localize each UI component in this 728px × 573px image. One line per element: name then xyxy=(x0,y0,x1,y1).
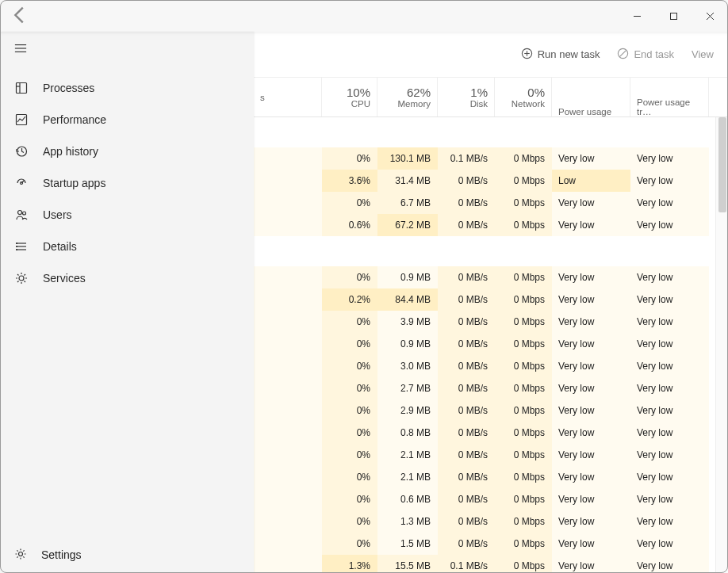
back-button[interactable] xyxy=(8,3,32,29)
table-cell xyxy=(254,488,322,510)
toolbar-label: Run new task xyxy=(538,48,600,60)
table-row[interactable]: 0%0.8 MB0 MB/s0 MbpsVery lowVery low xyxy=(254,422,728,444)
table-cell: Very low xyxy=(630,311,709,333)
svg-point-22 xyxy=(19,276,24,281)
services-icon xyxy=(14,272,29,285)
end-task-button[interactable]: End task xyxy=(617,48,674,62)
table-cell: 2.1 MB xyxy=(377,444,438,466)
table-cell: 0.1 MB/s xyxy=(438,147,495,170)
table-cell: 6.7 MB xyxy=(377,192,438,214)
vertical-scrollbar[interactable] xyxy=(715,117,728,573)
close-button[interactable] xyxy=(692,3,728,29)
table-row[interactable]: 0%2.9 MB0 MB/s0 MbpsVery lowVery low xyxy=(254,399,728,422)
table-cell: 3.6% xyxy=(322,170,377,192)
table-cell: 1.3 MB xyxy=(377,510,438,533)
table-row[interactable]: 0.2%84.4 MB0 MB/s0 MbpsVery lowVery low xyxy=(254,288,728,311)
table-cell: 0 Mbps xyxy=(495,555,552,573)
process-grid: s 10%CPU 62%Memory 1%Disk 0%Network Powe… xyxy=(254,78,728,573)
column-header-power-trend[interactable]: Power usage tr… xyxy=(630,78,709,117)
table-row[interactable]: 0%0.9 MB0 MB/s0 MbpsVery lowVery low xyxy=(254,266,728,288)
table-row[interactable]: 0%1.3 MB0 MB/s0 MbpsVery lowVery low xyxy=(254,510,728,533)
column-header-cpu[interactable]: 10%CPU xyxy=(322,78,377,117)
sidebar-item-settings[interactable]: Settings xyxy=(0,537,254,573)
table-cell: Very low xyxy=(552,488,630,510)
svg-point-20 xyxy=(17,246,17,247)
table-cell: 3.9 MB xyxy=(377,311,438,333)
table-row[interactable]: 0%2.1 MB0 MB/s0 MbpsVery lowVery low xyxy=(254,466,728,488)
svg-point-23 xyxy=(19,552,23,556)
titlebar xyxy=(0,0,728,32)
table-row[interactable]: 0%2.7 MB0 MB/s0 MbpsVery lowVery low xyxy=(254,377,728,399)
table-cell: 0% xyxy=(322,510,377,533)
startup-icon xyxy=(14,177,29,189)
processes-icon xyxy=(14,82,29,94)
table-cell: Very low xyxy=(630,288,709,311)
table-cell: 2.1 MB xyxy=(377,466,438,488)
scrollbar-thumb[interactable] xyxy=(718,117,726,212)
table-cell xyxy=(254,311,322,333)
table-cell: 0% xyxy=(322,147,377,170)
table-cell: 0% xyxy=(322,355,377,377)
table-cell: Very low xyxy=(552,333,630,355)
sidebar-item-services[interactable]: Services xyxy=(0,262,254,294)
sidebar-item-label: Settings xyxy=(41,548,82,561)
table-cell: 0 MB/s xyxy=(438,288,495,311)
table-row[interactable]: 0%6.7 MB0 MB/s0 MbpsVery lowVery low xyxy=(254,192,728,214)
table-cell xyxy=(254,510,322,533)
table-cell: 2.9 MB xyxy=(377,399,438,422)
hamburger-button[interactable] xyxy=(0,32,254,67)
table-cell: 0 MB/s xyxy=(438,311,495,333)
table-cell: 0 Mbps xyxy=(495,214,552,236)
table-row[interactable]: 0%2.1 MB0 MB/s0 MbpsVery lowVery low xyxy=(254,444,728,466)
table-cell xyxy=(254,399,322,422)
table-row[interactable]: 0%3.0 MB0 MB/s0 MbpsVery lowVery low xyxy=(254,355,728,377)
sidebar-item-users[interactable]: Users xyxy=(0,199,254,231)
table-cell: Very low xyxy=(630,466,709,488)
table-cell: Very low xyxy=(552,288,630,311)
table-cell: 0 MB/s xyxy=(438,444,495,466)
table-cell: 0 MB/s xyxy=(438,466,495,488)
minimize-button[interactable] xyxy=(619,3,655,29)
table-cell: Very low xyxy=(630,533,709,555)
table-row[interactable]: 0.6%67.2 MB0 MB/s0 MbpsVery lowVery low xyxy=(254,214,728,236)
maximize-button[interactable] xyxy=(655,3,692,29)
sidebar-item-details[interactable]: Details xyxy=(0,231,254,262)
table-row[interactable]: 0%3.9 MB0 MB/s0 MbpsVery lowVery low xyxy=(254,311,728,333)
plus-circle-icon xyxy=(521,48,533,62)
table-cell: Very low xyxy=(552,555,630,573)
column-header-status[interactable]: s xyxy=(254,78,322,117)
table-row[interactable]: 0%0.9 MB0 MB/s0 MbpsVery lowVery low xyxy=(254,333,728,355)
column-header-network[interactable]: 0%Network xyxy=(495,78,552,117)
table-cell: 0 MB/s xyxy=(438,488,495,510)
table-cell: Very low xyxy=(552,311,630,333)
table-row[interactable]: 3.6%31.4 MB0 MB/s0 MbpsLowVery low xyxy=(254,170,728,192)
table-cell: Very low xyxy=(630,488,709,510)
sidebar-item-startup-apps[interactable]: Startup apps xyxy=(0,167,254,199)
sidebar-item-label: Users xyxy=(43,208,72,221)
column-header-power-usage[interactable]: Power usage xyxy=(552,78,630,117)
column-header-memory[interactable]: 62%Memory xyxy=(377,78,438,117)
sidebar-item-performance[interactable]: Performance xyxy=(0,104,254,136)
table-cell: 0 Mbps xyxy=(495,333,552,355)
svg-line-28 xyxy=(620,50,626,56)
sidebar-item-processes[interactable]: Processes xyxy=(0,72,254,104)
table-cell: 0.6% xyxy=(322,214,377,236)
table-cell: 0 Mbps xyxy=(495,399,552,422)
table-cell: 0% xyxy=(322,422,377,444)
table-cell: Very low xyxy=(552,466,630,488)
run-new-task-button[interactable]: Run new task xyxy=(521,48,600,62)
table-cell: 0 Mbps xyxy=(495,192,552,214)
table-row[interactable]: 0%1.5 MB0 MB/s0 MbpsVery lowVery low xyxy=(254,533,728,555)
window-controls xyxy=(619,3,728,29)
table-cell: Very low xyxy=(552,147,630,170)
table-row[interactable] xyxy=(254,117,728,147)
view-button[interactable]: View xyxy=(692,48,714,60)
details-icon xyxy=(14,240,29,253)
table-row[interactable]: 0%130.1 MB0.1 MB/s0 MbpsVery lowVery low xyxy=(254,147,728,170)
sidebar-item-app-history[interactable]: App history xyxy=(0,136,254,167)
table-row[interactable] xyxy=(254,236,728,266)
column-header-disk[interactable]: 1%Disk xyxy=(438,78,495,117)
table-row[interactable]: 1.3%15.5 MB0.1 MB/s0 MbpsVery lowVery lo… xyxy=(254,555,728,573)
table-row[interactable]: 0%0.6 MB0 MB/s0 MbpsVery lowVery low xyxy=(254,488,728,510)
table-cell: 0.9 MB xyxy=(377,266,438,288)
